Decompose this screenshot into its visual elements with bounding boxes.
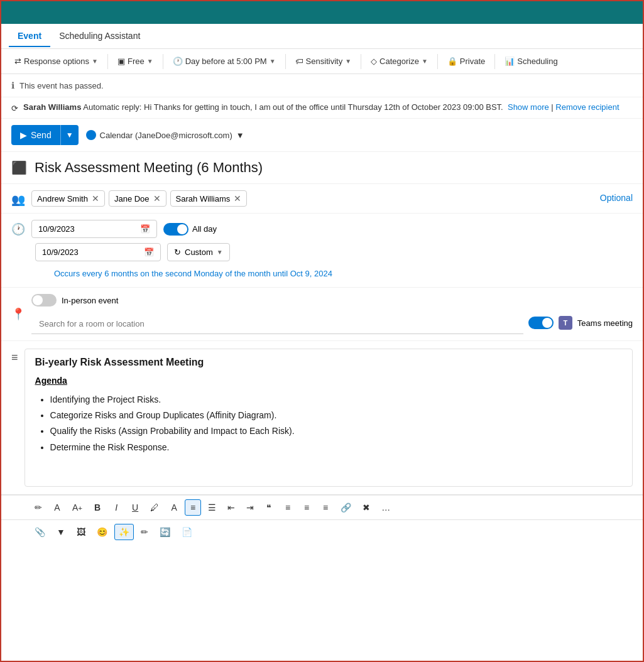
top-bar [1,1,643,24]
start-date-input[interactable]: 10/9/2023 📅 [31,220,157,238]
categorize-label: Categorize [379,57,419,66]
calendar-chevron: ▼ [236,131,244,140]
attendee-name-andrew: Andrew Smith [37,194,88,203]
format-justify-btn[interactable]: ≡ [317,499,334,516]
sensitivity-button[interactable]: 🏷 Sensitivity ▼ [290,53,357,70]
divider-5 [437,54,438,69]
datetime-line-2: 10/9/2023 📅 ↻ Custom ▼ [11,243,633,261]
format-outdent-btn[interactable]: ⇤ [223,499,239,516]
teams-toggle[interactable] [528,317,554,329]
format-indent-btn[interactable]: ⇥ [242,499,258,516]
reminder-button[interactable]: 🕐 Day before at 5:00 PM ▼ [167,53,281,70]
format-quote-btn[interactable]: ❝ [261,499,277,516]
info-icon: ℹ [11,80,14,90]
insert-emoji-btn[interactable]: 😊 [92,524,112,540]
calendar-selector[interactable]: Calendar (JaneDoe@microsoft.com) ▼ [86,130,244,140]
divider-6 [494,54,495,69]
response-options-button[interactable]: ⇄ Response options ▼ [9,53,104,70]
end-calendar-picker-icon[interactable]: 📅 [144,247,154,257]
body-icon: ≡ [11,351,18,364]
end-date-input[interactable]: 10/9/2023 📅 [35,243,161,261]
categorize-button[interactable]: ◇ Categorize ▼ [365,53,434,70]
format-underline-btn[interactable]: U [127,499,143,516]
end-date-value: 10/9/2023 [42,247,79,257]
divider-2 [163,54,163,69]
format-align-btn[interactable]: ≡ [185,499,201,516]
remove-attendee-jane[interactable]: ✕ [153,193,161,203]
format-highlight-btn[interactable]: 🖊 [146,499,163,516]
attach-dropdown-btn[interactable]: ▼ [52,524,70,540]
all-day-toggle[interactable]: All day [163,223,217,236]
format-clear-format-btn[interactable]: ✖ [358,499,374,516]
attendees-chips: Andrew Smith ✕ Jane Doe ✕ Sarah Williams… [31,190,594,207]
remove-attendee-andrew[interactable]: ✕ [92,193,99,203]
send-row: ▶ Send ▼ Calendar (JaneDoe@microsoft.com… [1,119,643,152]
meeting-title-icon: ⬛ [11,160,27,175]
send-label: Send [31,130,52,140]
list-item: Qualify the Risks (Assign Probability an… [50,423,622,439]
location-search-input[interactable] [31,314,523,334]
teams-icon: T [559,316,572,330]
free-icon: ▣ [117,57,125,66]
meeting-title-text[interactable]: Risk Assessment Meeting (6 Months) [35,160,263,176]
format-italic-btn[interactable]: I [108,499,124,516]
format-bold-btn[interactable]: B [89,499,106,516]
response-options-icon: ⇄ [14,57,21,66]
tab-scheduling[interactable]: Scheduling Assistant [50,26,149,47]
response-options-chevron: ▼ [92,58,98,65]
body-title: Bi-yearly Risk Assessment Meeting [35,357,622,368]
meeting-title-row: ⬛ Risk Assessment Meeting (6 Months) [1,152,643,184]
format-font-size-btn[interactable]: A [49,499,65,516]
free-chevron: ▼ [147,58,153,65]
show-more-link[interactable]: Show more [508,102,549,112]
in-person-toggle-switch[interactable] [31,294,57,307]
location-full-row: In-person event T Teams meeting [31,294,633,334]
loop-btn[interactable]: 🔄 [155,524,175,540]
format-font-color-btn[interactable]: A [166,499,182,516]
response-options-label: Response options [24,57,89,66]
format-more-btn[interactable]: … [377,499,395,516]
attendee-chip-andrew: Andrew Smith ✕ [31,190,105,207]
format-toolbar: ✏ A A+ B I U 🖊 A ≡ ☰ ⇤ ⇥ ❝ ≡ ≡ ≡ 🔗 ✖ … [1,495,643,520]
all-day-toggle-switch[interactable] [163,223,188,236]
location-row: 📍 In-person event T Teams meeting [1,288,643,341]
format-rtl-btn[interactable]: ≡ [298,499,315,516]
format-link-btn[interactable]: 🔗 [336,499,356,516]
format-list-btn[interactable]: ☰ [204,499,221,516]
info-message: This event has passed. [19,81,104,90]
scheduling-button[interactable]: 📊 Scheduling [499,53,563,70]
location-icon: 📍 [11,307,25,321]
attendees-icon: 👥 [11,193,25,207]
forms-btn[interactable]: 📄 [177,524,197,540]
optional-button[interactable]: Optional [600,190,633,203]
tab-event[interactable]: Event [9,26,50,47]
recurrence-chevron: ▼ [217,249,223,256]
attach-file-btn[interactable]: 📎 [30,524,50,540]
datetime-row: 🕐 10/9/2023 📅 All day 10/9/2023 📅 ↻ Cust… [1,214,643,288]
reminder-icon: 🕐 [173,57,183,66]
draw-btn[interactable]: ✏ [136,524,153,540]
insert-image-btn[interactable]: 🖼 [72,524,90,540]
calendar-picker-icon[interactable]: 📅 [140,224,150,234]
private-button[interactable]: 🔒 Private [442,53,491,70]
send-dropdown-button[interactable]: ▼ [60,125,79,145]
location-top: In-person event [31,294,633,307]
free-button[interactable]: ▣ Free ▼ [112,53,159,70]
recurrence-label: Custom [185,247,213,257]
reminder-label: Day before at 5:00 PM [185,57,267,66]
send-arrow-icon: ▶ [20,130,27,140]
remove-attendee-sarah[interactable]: ✕ [234,193,241,203]
in-person-toggle[interactable]: In-person event [31,294,118,307]
body-content[interactable]: Bi-yearly Risk Assessment Meeting Agenda… [25,349,633,487]
sensitivity-chevron: ▼ [345,58,351,65]
divider-4 [361,54,361,69]
start-date-value: 10/9/2023 [38,224,75,234]
send-button[interactable]: ▶ Send [11,125,60,145]
remove-recipient-link[interactable]: Remove recipient [555,102,619,112]
format-clear-btn[interactable]: ✏ [30,499,46,516]
format-font-grow-btn[interactable]: A+ [68,499,87,516]
highlight-active-btn[interactable]: ✨ [114,524,134,540]
scheduling-label: Scheduling [517,57,557,66]
recurrence-selector[interactable]: ↻ Custom ▼ [167,243,230,261]
format-ltr-btn[interactable]: ≡ [280,499,296,516]
